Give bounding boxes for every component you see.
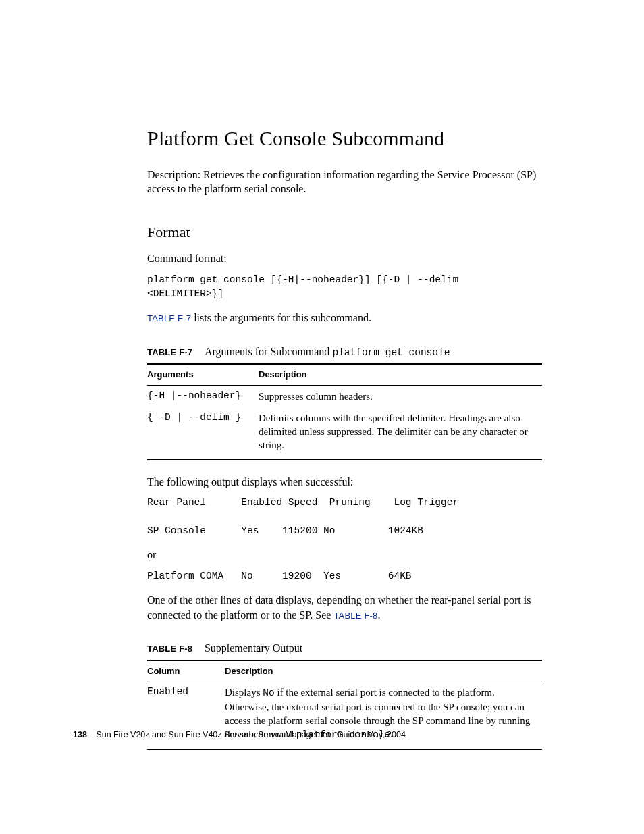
description-paragraph: Description: Retrieves the configuration… — [147, 167, 542, 197]
table-row: { -D | --delim } Delimits columns with t… — [147, 407, 542, 459]
xref-table-f8[interactable]: TABLE F-8 — [333, 610, 377, 621]
format-heading: Format — [147, 222, 542, 242]
command-format-label: Command format: — [147, 251, 542, 266]
table-f7-head-arguments: Arguments — [147, 364, 259, 385]
table-row: {-H |--noheader} Suppresses column heade… — [147, 385, 542, 407]
table-f7-label: TABLE F-7 — [147, 347, 192, 357]
table-f7-head-description: Description — [259, 364, 542, 385]
table-f8-caption-text: Supplementary Output — [205, 642, 302, 654]
command-format-code: platform get console [{-H|--noheader}] [… — [147, 273, 542, 301]
after-output-paragraph: One of the other lines of data displays,… — [147, 593, 542, 622]
table-f8-head-column: Column — [147, 660, 225, 681]
output-block-2: Platform COMA No 19200 Yes 64KB — [147, 569, 542, 583]
desc-cell: Delimits columns with the specified deli… — [259, 407, 542, 459]
table-f7-caption-text: Arguments for Subcommand platform get co… — [205, 346, 450, 357]
desc-cell: Suppresses column headers. — [259, 385, 542, 407]
arg-cell: { -D | --delim } — [147, 407, 259, 459]
table-f7-reference: TABLE F-7 lists the arguments for this s… — [147, 311, 542, 325]
footer-text: Sun Fire V20z and Sun Fire V40z Servers,… — [96, 730, 406, 739]
output-block-1: Rear Panel Enabled Speed Pruning Log Tri… — [147, 496, 542, 538]
table-f8-caption: TABLE F-8 Supplementary Output — [147, 641, 542, 656]
output-intro: The following output displays when succe… — [147, 475, 542, 490]
page-content: Platform Get Console Subcommand Descript… — [147, 125, 542, 750]
page-number: 138 — [73, 730, 87, 739]
table-f8-head-description: Description — [225, 660, 542, 681]
page-title: Platform Get Console Subcommand — [147, 125, 542, 153]
xref-table-f7[interactable]: TABLE F-7 — [147, 313, 191, 323]
table-f8-label: TABLE F-8 — [147, 644, 192, 654]
or-text: or — [147, 548, 542, 563]
table-f7: Arguments Description {-H |--noheader} S… — [147, 363, 542, 460]
table-f7-caption: TABLE F-7 Arguments for Subcommand platf… — [147, 344, 542, 360]
table-f7-ref-text: lists the arguments for this subcommand. — [191, 312, 371, 323]
page-footer: 138 Sun Fire V20z and Sun Fire V40z Serv… — [73, 729, 406, 741]
arg-cell: {-H |--noheader} — [147, 385, 259, 407]
